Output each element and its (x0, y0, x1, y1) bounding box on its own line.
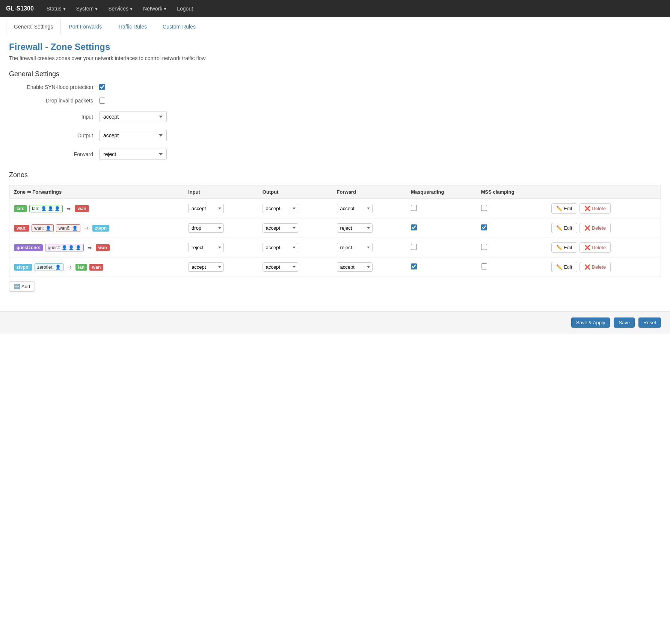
delete-button-lan[interactable]: ❌ Delete (579, 203, 611, 214)
page-title: Firewall - Zone Settings (9, 42, 661, 52)
zone-badge-ztvpn: ztvpn: (14, 264, 32, 271)
masq-checkbox-lan[interactable] (411, 205, 417, 211)
main-content: Firewall - Zone Settings The firewall cr… (0, 34, 670, 304)
tab-general-settings[interactable]: General Settings (6, 19, 61, 34)
zone-input-select[interactable]: accept reject drop (188, 204, 224, 213)
output-label: Output (17, 132, 99, 138)
forward-badge-ztvpn: ztvpn (92, 225, 109, 232)
nav-logout[interactable]: Logout (175, 6, 195, 12)
table-row: wan: wan: 👤 wan6: 👤 ⇒ ztvpn (9, 218, 661, 238)
masq-checkbox-wan[interactable] (411, 224, 417, 230)
syn-flood-group: Enable SYN-flood protection (9, 84, 661, 90)
syn-flood-checkbox[interactable] (99, 84, 105, 90)
zone-badge-lan: lan: (14, 205, 27, 212)
save-button[interactable]: Save (614, 317, 635, 328)
zone-forward-select[interactable]: accept reject drop (337, 243, 373, 252)
edit-button-wan[interactable]: ✏️ Edit (551, 223, 577, 233)
zone-forward-select[interactable]: accept reject drop (337, 204, 373, 213)
forward-badge-wan: wan (75, 205, 89, 212)
input-group: Input accept reject drop (9, 111, 661, 122)
table-row: ztvpn: zerotier: 👤 ⇒ lan wan accept (9, 257, 661, 277)
save-apply-button[interactable]: Save & Apply (571, 317, 610, 328)
edit-icon: ✏️ (556, 206, 562, 211)
output-group: Output accept reject drop (9, 130, 661, 141)
forward-arrow: ⇒ (66, 206, 71, 212)
chevron-down-icon: ▾ (95, 6, 98, 12)
delete-icon: ❌ (584, 225, 590, 231)
nav-network[interactable]: Network ▾ (142, 6, 168, 12)
mss-checkbox-lan[interactable] (481, 205, 487, 211)
zone-forward-select[interactable]: accept reject drop (337, 262, 373, 272)
zone-cell-ztvpn: ztvpn: zerotier: 👤 ⇒ lan wan (9, 257, 184, 277)
tab-port-forwards[interactable]: Port Forwards (61, 19, 110, 34)
forward-badge-lan: lan (75, 264, 87, 271)
zone-output-ztvpn: accept reject drop (258, 257, 332, 277)
zone-output-select[interactable]: accept reject drop (263, 223, 298, 233)
delete-icon: ❌ (584, 264, 590, 270)
forward-arrow: ⇒ (84, 225, 89, 231)
tabs: General Settings Port Forwards Traffic R… (0, 19, 670, 34)
mss-checkbox-wan[interactable] (481, 224, 487, 230)
zone-input-select[interactable]: accept reject drop (188, 223, 224, 233)
zone-input-select[interactable]: accept reject drop (188, 262, 224, 272)
mss-checkbox-ztvpn[interactable] (481, 263, 487, 269)
add-button[interactable]: 🆕 Add (9, 281, 35, 292)
input-label: Input (17, 114, 99, 120)
forward-select[interactable]: accept reject drop (99, 149, 167, 160)
syn-flood-label: Enable SYN-flood protection (17, 84, 99, 90)
edit-button-ztvpn[interactable]: ✏️ Edit (551, 262, 577, 272)
col-mss-clamping: MSS clamping (477, 185, 547, 199)
add-area: 🆕 Add (9, 277, 661, 296)
zone-badge-guestzone: guestzone: (14, 244, 43, 251)
edit-button-guestzone[interactable]: ✏️ Edit (551, 242, 577, 253)
forward-arrow: ⇒ (88, 245, 92, 251)
zone-output-select[interactable]: accept reject drop (263, 262, 298, 272)
edit-icon: ✏️ (556, 264, 562, 270)
delete-button-wan[interactable]: ❌ Delete (579, 223, 611, 233)
forward-group: Forward accept reject drop (9, 149, 661, 160)
masq-checkbox-guestzone[interactable] (411, 244, 417, 250)
chevron-down-icon: ▾ (63, 6, 66, 12)
zone-output-lan: accept reject drop (258, 199, 332, 218)
output-select[interactable]: accept reject drop (99, 130, 167, 141)
zone-output-select[interactable]: accept reject drop (263, 204, 298, 213)
delete-button-ztvpn[interactable]: ❌ Delete (579, 262, 611, 272)
general-settings-heading: General Settings (9, 70, 661, 78)
col-actions (547, 185, 661, 199)
col-input: Input (184, 185, 258, 199)
zone-group-guest: guest: 👤 👤 👤 (45, 244, 83, 251)
chevron-down-icon: ▾ (130, 6, 133, 12)
nav-system[interactable]: System ▾ (75, 6, 100, 12)
zone-forward-ztvpn: accept reject drop (332, 257, 407, 277)
masq-checkbox-ztvpn[interactable] (411, 263, 417, 269)
nav-status[interactable]: Status ▾ (45, 6, 67, 12)
forward-badge-wan: wan (89, 264, 103, 271)
navbar: GL-S1300 Status ▾ System ▾ Services ▾ Ne… (0, 0, 670, 17)
people-icons: 👤 👤 👤 (41, 206, 60, 211)
zone-badge-wan: wan: (14, 225, 29, 232)
edit-button-lan[interactable]: ✏️ Edit (551, 203, 577, 214)
zone-cell-lan: lan: lan: 👤 👤 👤 ⇒ wan (9, 199, 184, 218)
delete-button-guestzone[interactable]: ❌ Delete (579, 242, 611, 253)
zone-output-select[interactable]: accept reject drop (263, 243, 298, 252)
zone-cell-guestzone: guestzone: guest: 👤 👤 👤 ⇒ wan (9, 238, 184, 257)
footer-bar: Save & Apply Save Reset (0, 311, 670, 334)
drop-invalid-checkbox[interactable] (99, 98, 105, 104)
zone-group-zerotier: zerotier: 👤 (35, 263, 63, 271)
input-select[interactable]: accept reject drop (99, 111, 167, 122)
zone-masq-guestzone (406, 238, 476, 257)
reset-button[interactable]: Reset (638, 317, 661, 328)
col-forward: Forward (332, 185, 407, 199)
tab-custom-rules[interactable]: Custom Rules (155, 19, 204, 34)
zone-input-select[interactable]: accept reject drop (188, 243, 224, 252)
page-description: The firewall creates zones over your net… (9, 55, 661, 61)
zone-masq-lan (406, 199, 476, 218)
delete-icon: ❌ (584, 245, 590, 250)
mss-checkbox-guestzone[interactable] (481, 244, 487, 250)
zone-actions-ztvpn: ✏️ Edit ❌ Delete (547, 257, 661, 277)
zone-forward-select[interactable]: accept reject drop (337, 223, 373, 233)
people-icons: 👤 (55, 265, 61, 270)
table-row: lan: lan: 👤 👤 👤 ⇒ wan accept reject (9, 199, 661, 218)
tab-traffic-rules[interactable]: Traffic Rules (110, 19, 155, 34)
nav-services[interactable]: Services ▾ (107, 6, 134, 12)
